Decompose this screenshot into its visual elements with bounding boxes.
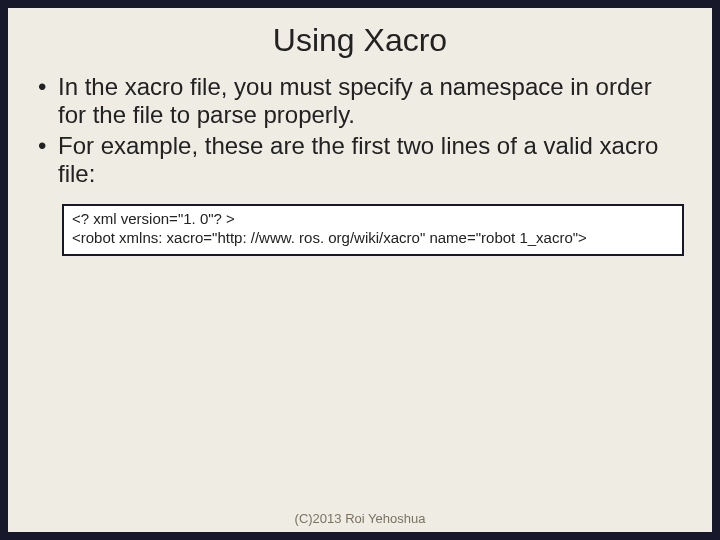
bullet-item: For example, these are the first two lin… <box>36 132 684 189</box>
code-box: <? xml version="1. 0"? > <robot xmlns: x… <box>62 204 684 256</box>
footer-copyright: (C)2013 Roi Yehoshua <box>8 511 712 526</box>
slide-body: Using Xacro In the xacro file, you must … <box>8 8 712 532</box>
bullet-list: In the xacro file, you must specify a na… <box>36 73 684 188</box>
bullet-item: In the xacro file, you must specify a na… <box>36 73 684 130</box>
code-line: <robot xmlns: xacro="http: //www. ros. o… <box>72 229 674 248</box>
slide-frame: Using Xacro In the xacro file, you must … <box>0 0 720 540</box>
code-line: <? xml version="1. 0"? > <box>72 210 674 229</box>
slide-title: Using Xacro <box>8 8 712 65</box>
content-area: In the xacro file, you must specify a na… <box>8 65 712 188</box>
